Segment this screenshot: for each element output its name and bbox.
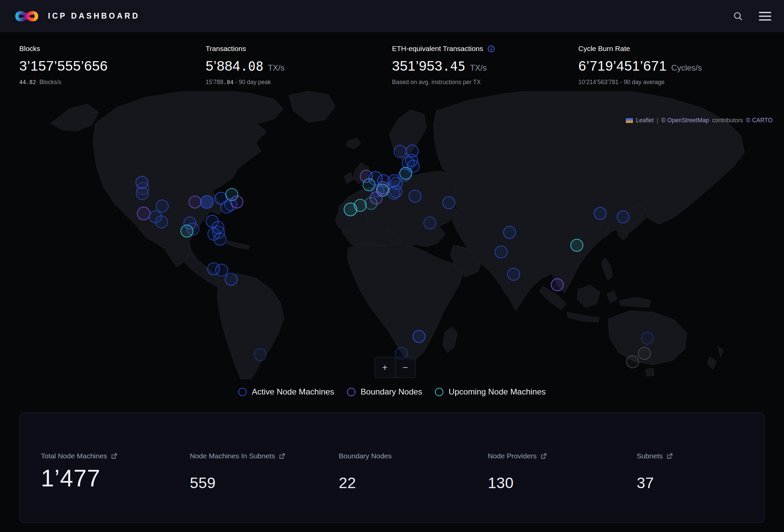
- info-icon[interactable]: [487, 45, 495, 53]
- stat-subtext-segment: - 90 day peak: [234, 79, 271, 85]
- stat-label-row: Transactions: [206, 45, 392, 53]
- zoom-out-button[interactable]: −: [395, 357, 415, 378]
- stat-value-row: 6’719’451’671Cycles/s: [579, 58, 765, 74]
- topbar-actions: [733, 11, 771, 22]
- stat-value: 5’884.08: [206, 58, 264, 74]
- stat-subtext: 44.82 Blocks/s: [19, 79, 206, 86]
- brand[interactable]: ICP DASHBOARD: [13, 7, 140, 25]
- stat-cycle-burn-rate: Cycle Burn Rate6’719’451’671Cycles/s10’2…: [579, 45, 765, 86]
- openstreetmap-link[interactable]: © OpenStreetMap: [661, 117, 709, 124]
- stat-value-segment: 351’953: [392, 58, 442, 74]
- stat-label: ETH-equivalent Transactions: [392, 45, 483, 53]
- summary-label-row: Boundary Nodes: [339, 452, 467, 460]
- legend-label: Active Node Machines: [252, 387, 334, 397]
- summary-value-wrap: 559: [190, 460, 318, 492]
- stat-blocks: Blocks3’157’555’65644.82 Blocks/s: [19, 45, 206, 86]
- summary-total-node-machines: Total Node Machines1’477: [20, 452, 169, 523]
- node-marker[interactable]: [570, 239, 583, 252]
- app-title: ICP DASHBOARD: [48, 11, 140, 21]
- stat-unit: Cycles/s: [671, 63, 702, 73]
- menu-button[interactable]: [759, 12, 771, 21]
- stat-subtext: 10’214’563’781 - 90 day average: [579, 79, 765, 86]
- summary-label: Total Node Machines: [41, 452, 107, 460]
- summary-label-row[interactable]: Node Machines In Subnets: [190, 452, 318, 460]
- stat-value: 3’157’555’656: [19, 58, 108, 74]
- stat-subtext-segment: 15’788: [206, 79, 224, 85]
- node-marker[interactable]: [214, 233, 226, 246]
- attribution-separator: |: [657, 117, 658, 124]
- summary-label-row[interactable]: Subnets: [637, 452, 764, 460]
- stat-subtext-segment: 10’214’563’781 - 90 day average: [579, 79, 665, 85]
- search-button[interactable]: [733, 11, 743, 22]
- node-marker[interactable]: [409, 190, 421, 203]
- stat-value-segment: .45: [442, 59, 465, 74]
- summary-value: 1’477: [41, 465, 100, 492]
- stats-row: Blocks3’157’555’65644.82 Blocks/sTransac…: [0, 45, 784, 86]
- stat-label-row: Cycle Burn Rate: [579, 45, 765, 53]
- contributors-text: contributors: [712, 117, 743, 124]
- summary-label: Node Providers: [488, 452, 537, 460]
- stat-value: 351’953.45: [392, 58, 466, 74]
- legend-label: Boundary Nodes: [361, 387, 422, 397]
- stat-label-row: Blocks: [19, 45, 206, 53]
- node-marker[interactable]: [551, 278, 564, 291]
- node-marker[interactable]: [180, 225, 193, 237]
- icp-infinity-logo: [13, 7, 41, 25]
- node-marker[interactable]: [200, 195, 214, 209]
- node-marker[interactable]: [230, 196, 243, 208]
- node-marker[interactable]: [155, 216, 168, 228]
- node-marker[interactable]: [594, 207, 607, 220]
- node-marker[interactable]: [626, 355, 639, 368]
- stat-subtext-segment: 44.82: [19, 79, 36, 85]
- node-marker[interactable]: [136, 187, 149, 200]
- summary-value-wrap: 37: [637, 460, 764, 492]
- stat-subtext-segment: Based on avg. instructions per TX: [392, 79, 481, 85]
- map-legend: Active Node MachinesBoundary NodesUpcomi…: [0, 387, 784, 397]
- summary-boundary-nodes: Boundary Nodes22: [318, 452, 467, 523]
- stat-subtext-segment: .84: [223, 79, 234, 85]
- node-marker[interactable]: [442, 196, 455, 209]
- map-zoom-control: + −: [374, 357, 416, 378]
- legend-circle-icon: [347, 388, 356, 396]
- node-marker[interactable]: [423, 217, 436, 229]
- node-marker[interactable]: [365, 197, 377, 210]
- stat-value-segment: 5’884: [206, 58, 241, 74]
- stat-label: Cycle Burn Rate: [579, 45, 630, 53]
- node-marker[interactable]: [189, 196, 201, 208]
- map-canvas[interactable]: Leaflet | © OpenStreetMap contributors ©…: [0, 91, 784, 380]
- summary-subnets: Subnets37: [615, 452, 764, 523]
- summary-value-wrap: 1’477: [41, 460, 169, 492]
- node-marker[interactable]: [137, 207, 150, 220]
- node-marker[interactable]: [617, 210, 630, 223]
- menu-icon: [759, 12, 771, 13]
- summary-label-row[interactable]: Node Providers: [488, 452, 615, 460]
- stat-value-row: 3’157’555’656: [19, 58, 206, 74]
- summary-label-row[interactable]: Total Node Machines: [41, 452, 169, 460]
- stat-eth-equivalent-transactions: ETH-equivalent Transactions351’953.45TX/…: [392, 45, 579, 86]
- legend-circle-icon: [435, 388, 443, 396]
- external-link-icon: [666, 453, 673, 459]
- summary-value-wrap: 22: [339, 460, 467, 492]
- node-marker[interactable]: [641, 332, 654, 345]
- legend-item-a: Active Node Machines: [238, 387, 334, 397]
- node-marker[interactable]: [638, 347, 651, 360]
- node-marker[interactable]: [254, 348, 267, 361]
- stat-label: Blocks: [19, 45, 40, 53]
- carto-link[interactable]: © CARTO: [746, 117, 773, 124]
- icp-dashboard-page: ICP DASHBOARD Blocks3’157’555’65644.82 B…: [0, 0, 784, 532]
- node-marker[interactable]: [394, 145, 407, 158]
- node-marker[interactable]: [495, 246, 508, 258]
- summary-card: Total Node Machines1’477Node Machines In…: [19, 412, 765, 523]
- zoom-in-button[interactable]: +: [375, 357, 395, 378]
- summary-value: 559: [190, 474, 216, 492]
- node-marker[interactable]: [225, 273, 238, 286]
- node-marker[interactable]: [413, 330, 425, 343]
- summary-label: Boundary Nodes: [339, 452, 392, 460]
- node-marker[interactable]: [503, 226, 516, 239]
- summary-label: Subnets: [637, 452, 663, 460]
- leaflet-link[interactable]: Leaflet: [636, 117, 654, 124]
- node-marker[interactable]: [344, 203, 357, 216]
- node-marker[interactable]: [507, 268, 520, 281]
- stat-unit: TX/s: [470, 63, 487, 73]
- summary-node-providers: Node Providers130: [466, 452, 615, 523]
